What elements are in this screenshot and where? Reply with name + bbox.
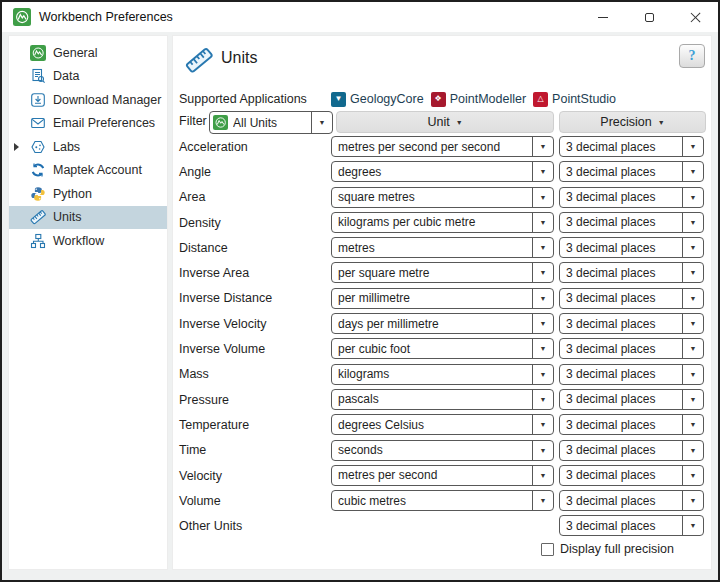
- chevron-down-icon[interactable]: ▼: [682, 162, 703, 181]
- sidebar-item-general[interactable]: General: [9, 41, 167, 65]
- unit-dropdown[interactable]: degrees ▼: [331, 161, 554, 182]
- sidebar-item-download-manager[interactable]: Download Manager: [9, 88, 167, 112]
- sidebar-item-labs[interactable]: Labs: [9, 135, 167, 159]
- chevron-down-icon[interactable]: ▼: [532, 213, 553, 232]
- sidebar-item-email-preferences[interactable]: Email Preferences: [9, 112, 167, 136]
- chevron-down-icon[interactable]: ▼: [682, 390, 703, 409]
- app-badge: △ PointStudio: [533, 92, 616, 107]
- unit-dropdown[interactable]: per square metre ▼: [331, 262, 554, 283]
- precision-dropdown[interactable]: 3 decimal places ▼: [559, 515, 704, 536]
- precision-column-header[interactable]: Precision ▼: [559, 111, 706, 133]
- unit-row-label: Pressure: [179, 393, 229, 407]
- unit-dropdown[interactable]: per millimetre ▼: [331, 288, 554, 309]
- help-button[interactable]: ?: [679, 44, 705, 68]
- unit-row: Volume cubic metres ▼ 3 decimal places ▼: [173, 488, 711, 513]
- unit-dropdown[interactable]: cubic metres ▼: [331, 490, 554, 511]
- filter-dropdown[interactable]: All Units ▼: [209, 111, 333, 134]
- unit-row-label: Inverse Distance: [179, 291, 272, 305]
- chevron-down-icon[interactable]: ▼: [682, 415, 703, 434]
- chevron-down-icon[interactable]: ▼: [311, 112, 332, 133]
- precision-dropdown[interactable]: 3 decimal places ▼: [559, 490, 704, 511]
- sidebar-item-data[interactable]: Data: [9, 65, 167, 89]
- unit-row: Pressure pascals ▼ 3 decimal places ▼: [173, 387, 711, 412]
- chevron-down-icon[interactable]: ▼: [682, 491, 703, 510]
- chevron-down-icon[interactable]: ▼: [682, 238, 703, 257]
- minimize-icon: [598, 17, 608, 18]
- chevron-down-icon[interactable]: ▼: [682, 365, 703, 384]
- chevron-down-icon[interactable]: ▼: [682, 289, 703, 308]
- precision-dropdown[interactable]: 3 decimal places ▼: [559, 212, 704, 233]
- unit-row: Area square metres ▼ 3 decimal places ▼: [173, 185, 711, 210]
- chevron-down-icon[interactable]: ▼: [532, 263, 553, 282]
- page-title: Units: [221, 49, 257, 67]
- precision-dropdown[interactable]: 3 decimal places ▼: [559, 338, 704, 359]
- unit-dropdown[interactable]: metres ▼: [331, 237, 554, 258]
- precision-dropdown[interactable]: 3 decimal places ▼: [559, 364, 704, 385]
- chevron-down-icon[interactable]: ▼: [682, 263, 703, 282]
- precision-dropdown[interactable]: 3 decimal places ▼: [559, 237, 704, 258]
- workflow-icon: [30, 233, 46, 249]
- precision-dropdown[interactable]: 3 decimal places ▼: [559, 161, 704, 182]
- supported-applications-list: ▼ GeologyCore ❖ PointModeller △ PointStu…: [331, 92, 623, 107]
- filter-label: Filter: [179, 114, 207, 128]
- expand-caret-icon[interactable]: [14, 143, 19, 151]
- unit-row: Mass kilograms ▼ 3 decimal places ▼: [173, 362, 711, 387]
- chevron-down-icon[interactable]: ▼: [532, 137, 553, 156]
- chevron-down-icon[interactable]: ▼: [532, 491, 553, 510]
- precision-dropdown[interactable]: 3 decimal places ▼: [559, 440, 704, 461]
- chevron-down-icon[interactable]: ▼: [682, 314, 703, 333]
- chevron-down-icon[interactable]: ▼: [682, 466, 703, 485]
- precision-dropdown[interactable]: 3 decimal places ▼: [559, 313, 704, 334]
- chevron-down-icon[interactable]: ▼: [682, 441, 703, 460]
- unit-dropdown[interactable]: per cubic foot ▼: [331, 338, 554, 359]
- chevron-down-icon[interactable]: ▼: [682, 137, 703, 156]
- unit-row-label: Inverse Volume: [179, 342, 265, 356]
- minimize-button[interactable]: [580, 2, 626, 32]
- close-button[interactable]: [672, 2, 718, 32]
- workbench-preferences-window: { "window": { "title": "Workbench Prefer…: [0, 0, 720, 582]
- maximize-button[interactable]: [626, 2, 672, 32]
- chevron-down-icon[interactable]: ▼: [532, 390, 553, 409]
- precision-dropdown[interactable]: 3 decimal places ▼: [559, 262, 704, 283]
- chevron-down-icon[interactable]: ▼: [682, 516, 703, 535]
- unit-dropdown[interactable]: pascals ▼: [331, 389, 554, 410]
- unit-row: Other Units 3 decimal places ▼: [173, 513, 711, 538]
- unit-dropdown[interactable]: days per millimetre ▼: [331, 313, 554, 334]
- unit-dropdown[interactable]: kilograms per cubic metre ▼: [331, 212, 554, 233]
- display-full-precision-checkbox[interactable]: [541, 543, 554, 556]
- chevron-down-icon[interactable]: ▼: [532, 238, 553, 257]
- unit-dropdown[interactable]: seconds ▼: [331, 440, 554, 461]
- chevron-down-icon[interactable]: ▼: [532, 466, 553, 485]
- unit-row-label: Volume: [179, 494, 221, 508]
- precision-dropdown[interactable]: 3 decimal places ▼: [559, 288, 704, 309]
- precision-dropdown[interactable]: 3 decimal places ▼: [559, 465, 704, 486]
- unit-column-header[interactable]: Unit ▼: [336, 111, 554, 133]
- unit-dropdown[interactable]: square metres ▼: [331, 187, 554, 208]
- sidebar-item-workflow[interactable]: Workflow: [9, 229, 167, 253]
- chevron-down-icon[interactable]: ▼: [682, 188, 703, 207]
- chevron-down-icon[interactable]: ▼: [532, 339, 553, 358]
- sidebar-item-python[interactable]: Python: [9, 182, 167, 206]
- chevron-down-icon[interactable]: ▼: [532, 365, 553, 384]
- precision-dropdown[interactable]: 3 decimal places ▼: [559, 414, 704, 435]
- unit-dropdown[interactable]: kilograms ▼: [331, 364, 554, 385]
- chevron-down-icon[interactable]: ▼: [532, 289, 553, 308]
- chevron-down-icon[interactable]: ▼: [532, 314, 553, 333]
- precision-dropdown[interactable]: 3 decimal places ▼: [559, 187, 704, 208]
- chevron-down-icon[interactable]: ▼: [532, 441, 553, 460]
- sidebar-item-units[interactable]: Units: [9, 206, 167, 230]
- chevron-down-icon[interactable]: ▼: [532, 162, 553, 181]
- unit-row: Inverse Volume per cubic foot ▼ 3 decima…: [173, 336, 711, 361]
- maptek-logo-icon: [30, 45, 46, 61]
- chevron-down-icon[interactable]: ▼: [532, 188, 553, 207]
- precision-dropdown[interactable]: 3 decimal places ▼: [559, 389, 704, 410]
- chevron-down-icon[interactable]: ▼: [682, 339, 703, 358]
- window-controls: [580, 2, 718, 32]
- sidebar-item-maptek-account[interactable]: Maptek Account: [9, 159, 167, 183]
- unit-dropdown[interactable]: metres per second ▼: [331, 465, 554, 486]
- unit-dropdown[interactable]: degrees Celsius ▼: [331, 414, 554, 435]
- chevron-down-icon[interactable]: ▼: [532, 415, 553, 434]
- precision-dropdown[interactable]: 3 decimal places ▼: [559, 136, 704, 157]
- unit-dropdown[interactable]: metres per second per second ▼: [331, 136, 554, 157]
- chevron-down-icon[interactable]: ▼: [682, 213, 703, 232]
